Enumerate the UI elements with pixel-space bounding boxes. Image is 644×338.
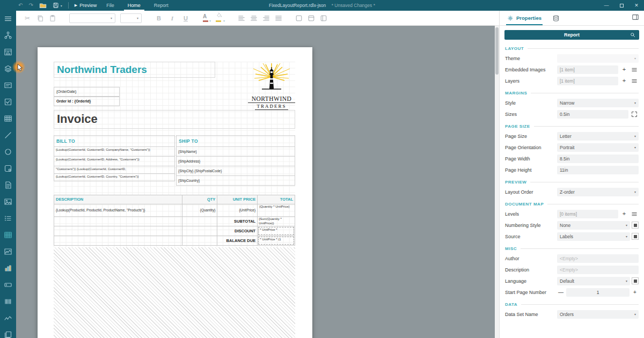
align-center-button[interactable]: [250, 14, 258, 22]
empty-cell[interactable]: [54, 226, 182, 236]
empty-cell[interactable]: [182, 226, 217, 236]
discount-value-cell[interactable]: * UnitPrice *: [258, 226, 295, 236]
ship-name[interactable]: {ShipName}: [176, 147, 295, 157]
language-select[interactable]: Default▾: [557, 277, 630, 285]
start-page-number-field[interactable]: 1: [566, 288, 630, 297]
report-scope-button[interactable]: Report: [504, 30, 639, 40]
tool-sparkline-table[interactable]: [0, 243, 16, 260]
ship-to-label[interactable]: SHIP TO: [176, 135, 295, 147]
bill-to-address[interactable]: {Lookup(CustomerId, CustomerID, Address,…: [54, 157, 175, 166]
levels-field[interactable]: [0 items]: [557, 210, 618, 218]
report-page[interactable]: Northwind Traders: [38, 47, 312, 338]
border-side-button[interactable]: [320, 14, 327, 22]
empty-cell[interactable]: [54, 217, 182, 226]
cell-unit-price[interactable]: {UnitPrice}: [217, 204, 258, 217]
company-title-textbox[interactable]: Northwind Traders: [54, 62, 215, 78]
add-level-button[interactable]: +: [620, 210, 628, 218]
layers-list-button[interactable]: [630, 77, 639, 85]
bill-to-city[interactable]: "Customers")} {Lookup(CustomerId, Custom…: [54, 166, 175, 174]
collapse-panel-button[interactable]: [632, 13, 639, 23]
cell-quantity[interactable]: {Quantity}: [182, 204, 217, 217]
col-unit-price[interactable]: UNIT PRICE: [217, 195, 258, 204]
align-right-button[interactable]: [262, 14, 270, 22]
preview-button[interactable]: ▶ Preview: [75, 3, 97, 8]
ship-country[interactable]: {ShipCountry}: [176, 176, 295, 186]
design-canvas[interactable]: Northwind Traders: [16, 26, 495, 338]
tool-group-editor[interactable]: [0, 43, 16, 60]
page-orientation-select[interactable]: Portrait▾: [557, 143, 639, 152]
col-description[interactable]: DESCRIPTION: [54, 195, 182, 204]
redo-icon[interactable]: ↷: [28, 0, 33, 11]
tool-container[interactable]: [0, 160, 16, 177]
font-family-select[interactable]: ▾: [69, 13, 115, 23]
tool-shape[interactable]: [0, 143, 16, 160]
border-style-button[interactable]: [295, 14, 303, 22]
close-button[interactable]: ✕: [629, 0, 644, 11]
layout-order-select[interactable]: Z-order▾: [557, 188, 639, 196]
undo-icon[interactable]: ↶: [18, 0, 23, 11]
theme-select[interactable]: ▾: [557, 54, 639, 63]
decrement-button[interactable]: —: [557, 289, 565, 295]
empty-cell[interactable]: [182, 236, 217, 246]
fill-color-button[interactable]: ▾: [216, 14, 225, 23]
menu-home[interactable]: Home: [124, 0, 144, 11]
bill-to-company[interactable]: {Lookup(CustomerId, CustomerID, CompanyN…: [54, 147, 175, 157]
menu-report[interactable]: Report: [150, 0, 172, 11]
bill-to-label[interactable]: BILL TO: [54, 135, 175, 147]
tab-data-sources[interactable]: [552, 11, 560, 25]
increment-button[interactable]: +: [631, 289, 639, 295]
numbering-bind-button[interactable]: [632, 222, 639, 229]
tool-input-field[interactable]: [0, 276, 16, 293]
save-caret-icon[interactable]: ▾: [61, 4, 62, 8]
tool-list[interactable]: [0, 210, 16, 226]
font-color-button[interactable]: A ▾: [203, 14, 211, 23]
font-size-select[interactable]: ▾: [120, 13, 142, 23]
tool-tablix[interactable]: [0, 226, 16, 243]
source-bind-button[interactable]: [632, 233, 639, 240]
ship-address[interactable]: {ShipAddress}: [176, 157, 295, 166]
discount-label[interactable]: DISCOUNT: [217, 226, 258, 236]
tool-chart[interactable]: [0, 260, 16, 276]
subtotal-label[interactable]: SUBTOTAL: [217, 217, 258, 226]
embedded-images-field[interactable]: [1 item]: [557, 65, 618, 74]
company-logo[interactable]: NORTHWIND TRADERS: [248, 62, 295, 116]
add-layer-button[interactable]: +: [620, 77, 628, 85]
empty-cell[interactable]: [182, 217, 217, 226]
cut-icon[interactable]: ✂: [23, 14, 32, 23]
cell-line-total[interactable]: {Quantity * UnitPrice}: [258, 204, 295, 217]
tool-barcode[interactable]: [0, 293, 16, 310]
col-total[interactable]: TOTAL: [258, 195, 295, 204]
cell-product-lookup[interactable]: {Lookup(ProductId, ProductId, ProductNam…: [54, 204, 182, 217]
bold-button[interactable]: B: [155, 14, 163, 23]
copy-icon[interactable]: [36, 14, 44, 22]
border-top-button[interactable]: [308, 14, 315, 22]
description-field[interactable]: <Empty>: [557, 266, 639, 274]
restore-button[interactable]: [614, 0, 629, 11]
empty-cell[interactable]: [54, 236, 182, 246]
order-date-textbox[interactable]: {OrderDate}: [54, 87, 120, 97]
numbering-style-select[interactable]: None▾: [557, 221, 630, 230]
tool-textbox[interactable]: [0, 77, 16, 93]
align-left-button[interactable]: [238, 14, 245, 22]
levels-list-button[interactable]: [630, 210, 639, 218]
page-size-select[interactable]: Letter▾: [557, 132, 639, 141]
underline-button[interactable]: U: [181, 14, 190, 23]
page-height-field[interactable]: 11in: [557, 166, 639, 174]
author-field[interactable]: <Empty>: [557, 254, 639, 263]
balance-due-value-cell[interactable]: * UnitPrice * (1: [258, 236, 295, 246]
tool-report-explorer[interactable]: [0, 27, 16, 43]
balance-due-label[interactable]: BALANCE DUE: [217, 236, 258, 246]
embedded-images-list-button[interactable]: [630, 65, 639, 74]
menu-file[interactable]: File: [103, 0, 118, 11]
tool-layers[interactable]: [0, 60, 16, 77]
page-width-field[interactable]: 8.5in: [557, 155, 639, 163]
tab-properties[interactable]: Properties: [507, 11, 541, 25]
paste-icon[interactable]: [49, 14, 56, 22]
save-button[interactable]: ▾: [53, 2, 62, 9]
layers-field[interactable]: [1 item]: [557, 77, 618, 85]
ship-city-postal[interactable]: {ShipCity} {ShipPostalCode}: [176, 166, 295, 176]
vertical-scrollbar[interactable]: [495, 26, 499, 338]
minimize-button[interactable]: —: [599, 0, 614, 11]
open-folder-icon[interactable]: [39, 2, 47, 9]
margin-style-select[interactable]: Narrow▾: [557, 99, 639, 107]
